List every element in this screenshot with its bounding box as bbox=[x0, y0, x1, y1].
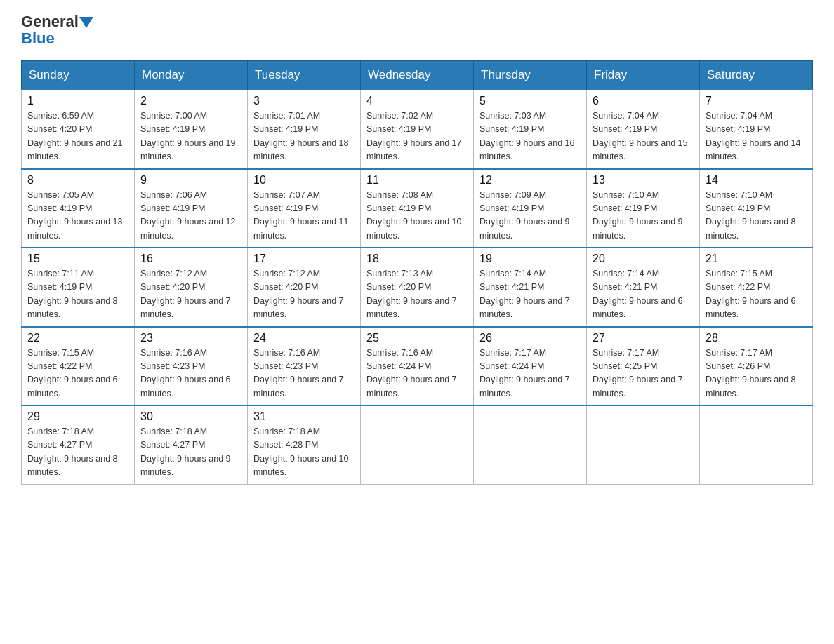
day-info: Sunrise: 7:03 AMSunset: 4:19 PMDaylight:… bbox=[479, 111, 575, 161]
day-number: 5 bbox=[479, 95, 581, 107]
calendar-cell: 12 Sunrise: 7:09 AMSunset: 4:19 PMDaylig… bbox=[474, 169, 587, 248]
day-number: 16 bbox=[140, 253, 241, 265]
week-row-4: 22 Sunrise: 7:15 AMSunset: 4:22 PMDaylig… bbox=[22, 327, 813, 406]
day-info: Sunrise: 7:07 AMSunset: 4:19 PMDaylight:… bbox=[253, 190, 349, 241]
calendar-cell bbox=[474, 405, 587, 484]
logo-blue-text: Blue bbox=[21, 29, 55, 48]
day-info: Sunrise: 7:16 AMSunset: 4:24 PMDaylight:… bbox=[366, 348, 457, 398]
calendar-cell: 13 Sunrise: 7:10 AMSunset: 4:19 PMDaylig… bbox=[587, 169, 700, 248]
day-info: Sunrise: 7:14 AMSunset: 4:21 PMDaylight:… bbox=[593, 269, 683, 319]
day-number: 20 bbox=[593, 253, 694, 265]
day-number: 27 bbox=[593, 332, 694, 344]
calendar-cell: 30 Sunrise: 7:18 AMSunset: 4:27 PMDaylig… bbox=[135, 405, 248, 484]
calendar-cell: 5 Sunrise: 7:03 AMSunset: 4:19 PMDayligh… bbox=[474, 90, 587, 169]
day-info: Sunrise: 7:16 AMSunset: 4:23 PMDaylight:… bbox=[253, 348, 344, 398]
day-info: Sunrise: 7:04 AMSunset: 4:19 PMDaylight:… bbox=[593, 111, 688, 161]
day-info: Sunrise: 7:11 AMSunset: 4:19 PMDaylight:… bbox=[27, 269, 118, 319]
day-number: 9 bbox=[140, 174, 241, 187]
day-info: Sunrise: 7:06 AMSunset: 4:19 PMDaylight:… bbox=[140, 190, 236, 241]
day-number: 30 bbox=[140, 410, 241, 423]
day-info: Sunrise: 7:17 AMSunset: 4:25 PMDaylight:… bbox=[593, 348, 683, 398]
day-info: Sunrise: 7:18 AMSunset: 4:27 PMDaylight:… bbox=[140, 427, 231, 477]
day-info: Sunrise: 7:12 AMSunset: 4:20 PMDaylight:… bbox=[253, 269, 344, 319]
day-info: Sunrise: 7:16 AMSunset: 4:23 PMDaylight:… bbox=[140, 348, 231, 398]
page-header: General Blue bbox=[21, 14, 813, 48]
day-number: 31 bbox=[253, 410, 355, 423]
calendar-header-thursday: Thursday bbox=[474, 61, 587, 90]
calendar-cell: 29 Sunrise: 7:18 AMSunset: 4:27 PMDaylig… bbox=[22, 405, 135, 484]
day-number: 23 bbox=[140, 332, 241, 344]
day-info: Sunrise: 7:18 AMSunset: 4:28 PMDaylight:… bbox=[253, 427, 349, 477]
calendar-cell bbox=[587, 405, 700, 484]
calendar-header-wednesday: Wednesday bbox=[361, 61, 474, 90]
calendar-cell bbox=[700, 405, 813, 484]
calendar-cell: 26 Sunrise: 7:17 AMSunset: 4:24 PMDaylig… bbox=[474, 327, 587, 406]
calendar-cell: 7 Sunrise: 7:04 AMSunset: 4:19 PMDayligh… bbox=[700, 90, 813, 169]
calendar-cell bbox=[361, 405, 474, 484]
logo-general-text: General bbox=[21, 14, 79, 29]
calendar-cell: 11 Sunrise: 7:08 AMSunset: 4:19 PMDaylig… bbox=[361, 169, 474, 248]
day-info: Sunrise: 7:01 AMSunset: 4:19 PMDaylight:… bbox=[253, 111, 349, 161]
day-info: Sunrise: 7:10 AMSunset: 4:19 PMDaylight:… bbox=[706, 190, 796, 241]
logo-triangle-icon bbox=[79, 17, 93, 28]
week-row-5: 29 Sunrise: 7:18 AMSunset: 4:27 PMDaylig… bbox=[22, 405, 813, 484]
day-info: Sunrise: 7:12 AMSunset: 4:20 PMDaylight:… bbox=[140, 269, 231, 319]
week-row-1: 1 Sunrise: 6:59 AMSunset: 4:20 PMDayligh… bbox=[22, 90, 813, 169]
day-info: Sunrise: 6:59 AMSunset: 4:20 PMDaylight:… bbox=[27, 111, 123, 161]
calendar-cell: 18 Sunrise: 7:13 AMSunset: 4:20 PMDaylig… bbox=[361, 248, 474, 327]
calendar-cell: 9 Sunrise: 7:06 AMSunset: 4:19 PMDayligh… bbox=[135, 169, 248, 248]
calendar-cell: 25 Sunrise: 7:16 AMSunset: 4:24 PMDaylig… bbox=[361, 327, 474, 406]
calendar-cell: 16 Sunrise: 7:12 AMSunset: 4:20 PMDaylig… bbox=[135, 248, 248, 327]
day-number: 19 bbox=[479, 253, 581, 265]
day-number: 15 bbox=[27, 253, 128, 265]
week-row-3: 15 Sunrise: 7:11 AMSunset: 4:19 PMDaylig… bbox=[22, 248, 813, 327]
day-number: 6 bbox=[593, 95, 694, 107]
day-info: Sunrise: 7:08 AMSunset: 4:19 PMDaylight:… bbox=[366, 190, 462, 241]
calendar-cell: 17 Sunrise: 7:12 AMSunset: 4:20 PMDaylig… bbox=[248, 248, 361, 327]
calendar-cell: 31 Sunrise: 7:18 AMSunset: 4:28 PMDaylig… bbox=[248, 405, 361, 484]
calendar-cell: 22 Sunrise: 7:15 AMSunset: 4:22 PMDaylig… bbox=[22, 327, 135, 406]
calendar-header-row: SundayMondayTuesdayWednesdayThursdayFrid… bbox=[22, 61, 813, 90]
calendar-cell: 24 Sunrise: 7:16 AMSunset: 4:23 PMDaylig… bbox=[248, 327, 361, 406]
week-row-2: 8 Sunrise: 7:05 AMSunset: 4:19 PMDayligh… bbox=[22, 169, 813, 248]
calendar-cell: 8 Sunrise: 7:05 AMSunset: 4:19 PMDayligh… bbox=[22, 169, 135, 248]
day-number: 14 bbox=[706, 174, 807, 187]
day-number: 28 bbox=[706, 332, 807, 344]
calendar-header-monday: Monday bbox=[135, 61, 248, 90]
calendar-cell: 21 Sunrise: 7:15 AMSunset: 4:22 PMDaylig… bbox=[700, 248, 813, 327]
calendar-table: SundayMondayTuesdayWednesdayThursdayFrid… bbox=[21, 60, 813, 485]
day-info: Sunrise: 7:09 AMSunset: 4:19 PMDaylight:… bbox=[479, 190, 570, 241]
calendar-cell: 15 Sunrise: 7:11 AMSunset: 4:19 PMDaylig… bbox=[22, 248, 135, 327]
day-number: 22 bbox=[27, 332, 128, 344]
day-number: 4 bbox=[366, 95, 468, 107]
day-number: 10 bbox=[253, 174, 355, 187]
calendar-cell: 3 Sunrise: 7:01 AMSunset: 4:19 PMDayligh… bbox=[248, 90, 361, 169]
calendar-cell: 2 Sunrise: 7:00 AMSunset: 4:19 PMDayligh… bbox=[135, 90, 248, 169]
calendar-cell: 23 Sunrise: 7:16 AMSunset: 4:23 PMDaylig… bbox=[135, 327, 248, 406]
calendar-cell: 4 Sunrise: 7:02 AMSunset: 4:19 PMDayligh… bbox=[361, 90, 474, 169]
day-info: Sunrise: 7:17 AMSunset: 4:24 PMDaylight:… bbox=[479, 348, 570, 398]
calendar-cell: 20 Sunrise: 7:14 AMSunset: 4:21 PMDaylig… bbox=[587, 248, 700, 327]
day-info: Sunrise: 7:13 AMSunset: 4:20 PMDaylight:… bbox=[366, 269, 457, 319]
day-number: 25 bbox=[366, 332, 468, 344]
calendar-cell: 19 Sunrise: 7:14 AMSunset: 4:21 PMDaylig… bbox=[474, 248, 587, 327]
day-number: 18 bbox=[366, 253, 468, 265]
day-number: 26 bbox=[479, 332, 581, 344]
day-number: 24 bbox=[253, 332, 355, 344]
calendar-header-friday: Friday bbox=[587, 61, 700, 90]
day-info: Sunrise: 7:15 AMSunset: 4:22 PMDaylight:… bbox=[27, 348, 118, 398]
calendar-header-saturday: Saturday bbox=[700, 61, 813, 90]
calendar-header-sunday: Sunday bbox=[22, 61, 135, 90]
day-number: 21 bbox=[706, 253, 807, 265]
day-info: Sunrise: 7:04 AMSunset: 4:19 PMDaylight:… bbox=[706, 111, 801, 161]
calendar-header-tuesday: Tuesday bbox=[248, 61, 361, 90]
calendar-cell: 14 Sunrise: 7:10 AMSunset: 4:19 PMDaylig… bbox=[700, 169, 813, 248]
day-number: 3 bbox=[253, 95, 355, 107]
day-number: 2 bbox=[140, 95, 241, 107]
day-number: 1 bbox=[27, 95, 128, 107]
day-number: 12 bbox=[479, 174, 581, 187]
day-info: Sunrise: 7:10 AMSunset: 4:19 PMDaylight:… bbox=[593, 190, 683, 241]
day-number: 8 bbox=[27, 174, 128, 187]
calendar-cell: 27 Sunrise: 7:17 AMSunset: 4:25 PMDaylig… bbox=[587, 327, 700, 406]
day-info: Sunrise: 7:15 AMSunset: 4:22 PMDaylight:… bbox=[706, 269, 796, 319]
